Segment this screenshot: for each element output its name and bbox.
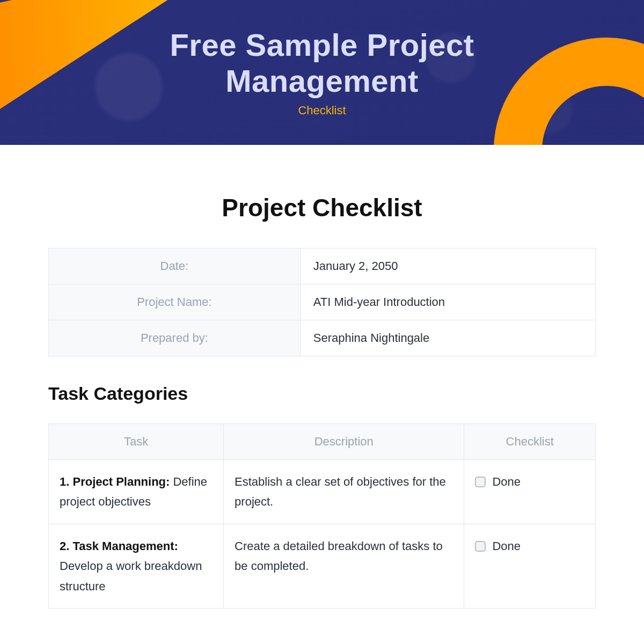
- th-description: Description: [224, 424, 464, 460]
- info-value-project: ATI Mid-year Introduction: [300, 284, 595, 320]
- task-cell: 1. Project Planning: Define project obje…: [49, 460, 224, 524]
- checkbox-icon[interactable]: [475, 477, 486, 487]
- description-cell: Establish a clear set of objectives for …: [224, 460, 464, 524]
- checkbox-icon[interactable]: [475, 541, 486, 552]
- checklist-cell: Done: [464, 460, 596, 524]
- hero-banner: Free Sample Project Management Checklist: [0, 0, 644, 145]
- th-task: Task: [49, 424, 224, 460]
- tasks-header-row: Task Description Checklist: [49, 424, 596, 460]
- task-categories-heading: Task Categories: [48, 383, 596, 404]
- info-row-project: Project Name: ATI Mid-year Introduction: [49, 284, 596, 320]
- info-row-prepared: Prepared by: Seraphina Nightingale: [49, 320, 596, 356]
- hero-title: Free Sample Project Management: [80, 27, 564, 99]
- tasks-table: Task Description Checklist 1. Project Pl…: [48, 423, 596, 609]
- th-checklist: Checklist: [464, 424, 596, 460]
- check-label: Done: [492, 539, 521, 553]
- table-row: 2. Task Management: Develop a work break…: [49, 524, 596, 608]
- checklist-cell: Done: [464, 524, 596, 608]
- page-title: Project Checklist: [48, 193, 596, 222]
- task-title: 2. Task Management:: [60, 539, 178, 553]
- check-label: Done: [492, 475, 521, 488]
- info-label-project: Project Name:: [49, 284, 301, 320]
- info-row-date: Date: January 2, 2050: [49, 248, 596, 284]
- info-value-prepared: Seraphina Nightingale: [300, 320, 595, 356]
- table-row: 1. Project Planning: Define project obje…: [49, 460, 596, 524]
- task-body: Develop a work breakdown structure: [60, 559, 202, 592]
- info-label-prepared: Prepared by:: [49, 320, 301, 356]
- info-value-date: January 2, 2050: [300, 248, 595, 284]
- task-title: 1. Project Planning:: [60, 475, 173, 488]
- project-info-table: Date: January 2, 2050 Project Name: ATI …: [48, 248, 596, 356]
- hero-subtitle: Checklist: [298, 104, 346, 118]
- content-area: Project Checklist Date: January 2, 2050 …: [0, 145, 644, 609]
- task-cell: 2. Task Management: Develop a work break…: [49, 524, 224, 608]
- info-label-date: Date:: [49, 248, 301, 284]
- description-cell: Create a detailed breakdown of tasks to …: [224, 524, 464, 608]
